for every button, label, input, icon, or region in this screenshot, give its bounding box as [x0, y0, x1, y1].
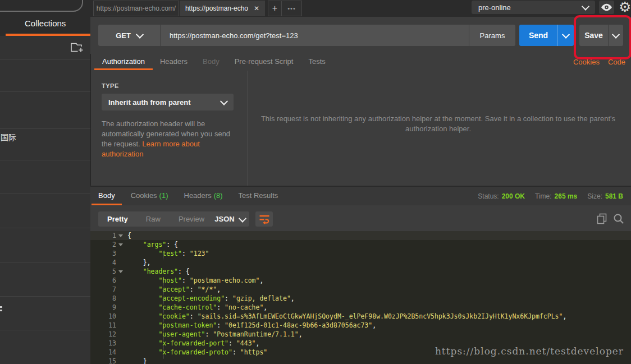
- save-button-group: Save: [579, 25, 623, 46]
- auth-notice-text: This request is not inheriting any autho…: [259, 114, 618, 134]
- cookies-link[interactable]: Cookies: [573, 58, 600, 66]
- collection-item-label[interactable]: 国际: [1, 133, 16, 143]
- close-icon[interactable]: ✕: [254, 4, 259, 12]
- fold-spacer: [116, 357, 125, 364]
- fold-spacer: [116, 303, 125, 312]
- chevron-down-icon: [612, 31, 620, 39]
- send-options-button[interactable]: [557, 25, 574, 46]
- fold-toggle-icon[interactable]: [116, 267, 125, 276]
- copy-button[interactable]: [596, 213, 607, 227]
- fold-spacer: [116, 312, 125, 321]
- sidebar-search-input[interactable]: [0, 0, 83, 12]
- pane-divider: [247, 71, 248, 186]
- code-line: 8 "accept-encoding": "gzip, deflate",: [90, 294, 631, 303]
- send-button-group: Send: [519, 25, 574, 46]
- line-number: 13: [90, 339, 116, 348]
- code-text: "accept-encoding": "gzip, deflate",: [125, 294, 295, 303]
- response-tab-headers[interactable]: Headers(8): [184, 187, 223, 205]
- tab-tests[interactable]: Tests: [308, 54, 325, 71]
- search-button[interactable]: [613, 213, 624, 227]
- tab-authorization[interactable]: Authorization: [102, 54, 145, 71]
- status-badge: Status:200 OK: [478, 192, 525, 200]
- copy-icon: [596, 213, 607, 224]
- indent-guide: [163, 251, 164, 260]
- sidebar-row-divider: [0, 262, 90, 262]
- fold-spacer: [116, 285, 125, 294]
- tab-body[interactable]: Body: [203, 54, 220, 71]
- code-text: "x-forwarded-proto": "https": [125, 348, 267, 357]
- environment-select[interactable]: pre-online: [472, 1, 595, 14]
- response-meta: Status:200 OK Time:265 ms Size:581 B: [478, 187, 623, 205]
- view-toggle-group: PrettyRawPreview: [98, 211, 213, 227]
- new-collection-icon[interactable]: [70, 41, 84, 56]
- sidebar-row-divider: [0, 160, 90, 160]
- format-label: JSON: [214, 215, 234, 223]
- fold-spacer: [116, 339, 125, 348]
- time-badge: Time:265 ms: [535, 192, 577, 200]
- code-text: },: [125, 258, 151, 267]
- environment-preview-button[interactable]: [599, 1, 614, 14]
- fold-spacer: [116, 294, 125, 303]
- size-badge: Size:581 B: [587, 192, 623, 200]
- save-options-button[interactable]: [608, 25, 623, 46]
- tab-count-badge: (8): [214, 191, 223, 200]
- line-number: 10: [90, 312, 116, 321]
- tab-pre-request-script[interactable]: Pre-request Script: [235, 54, 294, 71]
- response-tab-test-results[interactable]: Test Results: [239, 187, 278, 205]
- code-text: "test": "123": [125, 249, 209, 258]
- view-preview[interactable]: Preview: [170, 215, 213, 223]
- save-button[interactable]: Save: [579, 25, 608, 46]
- send-button[interactable]: Send: [519, 25, 557, 46]
- chevron-down-icon: [239, 214, 246, 222]
- fold-spacer: [116, 249, 125, 258]
- wrap-lines-button[interactable]: [255, 211, 273, 227]
- settings-gear-icon[interactable]: ⚙: [619, 0, 631, 15]
- line-number: 15: [90, 357, 116, 364]
- code-line: 9 "cache-control": "no-cache",: [90, 303, 631, 312]
- tab-title: https://postman-echo: [185, 4, 248, 12]
- format-select[interactable]: JSON: [211, 211, 249, 227]
- code-line: 10 "cookie": "sails.sid=s%3AfLmEWEoCtGkw…: [90, 312, 631, 321]
- fold-spacer: [116, 258, 125, 267]
- code-text: "host": "postman-echo.com",: [125, 276, 263, 285]
- line-number: 8: [90, 294, 116, 303]
- response-tab-body[interactable]: Body: [98, 187, 115, 205]
- params-button[interactable]: Params: [469, 25, 515, 46]
- code-text: "user-agent": "PostmanRuntime/7.1.1",: [125, 330, 303, 339]
- more-tabs-button[interactable]: •••: [281, 1, 302, 16]
- code-link[interactable]: Code: [608, 58, 625, 66]
- response-view-bar: PrettyRawPreview JSON: [90, 205, 631, 231]
- response-tab-cookies[interactable]: Cookies(1): [131, 187, 168, 205]
- line-number: 3: [90, 249, 116, 258]
- tab-collections[interactable]: Collections: [25, 19, 66, 28]
- code-text: "cache-control": "no-cache",: [125, 303, 267, 312]
- view-raw[interactable]: Raw: [137, 215, 170, 223]
- auth-type-select[interactable]: Inherit auth from parent: [102, 94, 234, 110]
- view-pretty[interactable]: Pretty: [98, 215, 137, 223]
- indent-guide: [163, 278, 164, 359]
- code-text: "headers": {: [125, 267, 190, 276]
- fold-spacer: [116, 348, 125, 357]
- tab-count-badge: (1): [159, 191, 168, 200]
- fold-spacer: [116, 321, 125, 330]
- request-tab-1[interactable]: https://postman-echo.com/: [93, 1, 179, 16]
- wrap-text-icon: [259, 214, 270, 224]
- tab-headers[interactable]: Headers: [160, 54, 188, 71]
- code-line: 2 "args": {: [90, 240, 631, 249]
- request-tab-2-active[interactable]: https://postman-echo ✕: [180, 1, 265, 16]
- line-number: 1: [90, 231, 116, 240]
- code-line: 7 "accept": "*/*",: [90, 285, 631, 294]
- sidebar-toolbar: [0, 36, 90, 59]
- code-line: 5 "headers": {: [90, 267, 631, 276]
- request-editor-tabs: AuthorizationHeadersBodyPre-request Scri…: [90, 54, 631, 71]
- method-select[interactable]: GET: [98, 25, 161, 46]
- code-line: 11 "postman-token": "0e1f125d-01c1-48ac-…: [90, 321, 631, 330]
- eye-icon: [601, 3, 612, 11]
- code-text: "args": {: [125, 240, 178, 249]
- fold-toggle-icon[interactable]: [116, 231, 125, 240]
- url-input[interactable]: https://postman-echo.com/get?test=123: [161, 25, 469, 46]
- new-tab-button[interactable]: +: [268, 1, 282, 16]
- fold-toggle-icon[interactable]: [116, 240, 125, 249]
- url-bar: GET https://postman-echo.com/get?test=12…: [98, 25, 515, 46]
- auth-help-text: The authorization header will be automat…: [102, 119, 235, 159]
